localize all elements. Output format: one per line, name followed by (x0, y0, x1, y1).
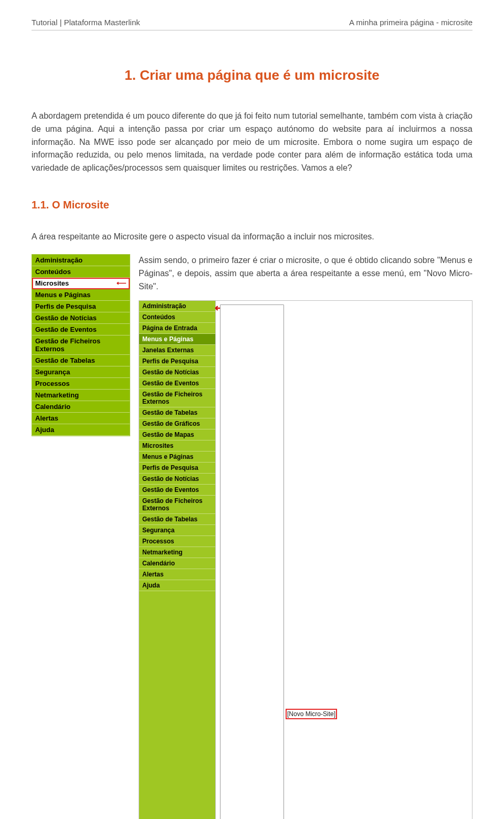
sidebar2-item[interactable]: Perfis de Pesquisa (139, 463, 215, 474)
sidebar1-item[interactable]: Gestão de Eventos (32, 324, 130, 335)
new-microsite-link[interactable]: [Novo Micro-Site] (287, 710, 335, 718)
sidebar2-item[interactable]: Gestão de Tabelas (139, 514, 215, 525)
sidebar1-item[interactable]: Processos (32, 378, 130, 390)
sidebar1-item[interactable]: Alertas (32, 413, 130, 424)
sidebar2-item[interactable]: Gestão de Gráficos (139, 418, 215, 429)
sidebar2-item[interactable]: Segurança (139, 525, 215, 536)
sidebar1-item[interactable]: Gestão de Notícias (32, 312, 130, 324)
sidebar1-item[interactable]: Conteúdos (32, 266, 130, 278)
sidebar2-item[interactable]: Ajuda (139, 580, 215, 591)
sidebar1-item[interactable]: Segurança (32, 366, 130, 378)
section-lead: A área respeitante ao Microsite gere o a… (32, 232, 472, 242)
sidebar1-item[interactable]: Menus e Páginas (32, 289, 130, 301)
instruction-paragraph: Assim sendo, o primeiro fazer é criar o … (139, 254, 472, 293)
sidebar2-item[interactable]: Gestão de Eventos (139, 378, 215, 389)
sidebar1-item[interactable]: Gestão de Ficheiros Externos (32, 335, 130, 355)
sidebar2-item[interactable]: Conteúdos (139, 312, 215, 323)
sidebar1-item[interactable]: Administração (32, 255, 130, 266)
sidebar2-item[interactable]: Menus e Páginas (139, 452, 215, 463)
sidebar2-item[interactable]: Gestão de Notícias (139, 367, 215, 378)
sidebar1-item[interactable]: Perfis de Pesquisa (32, 301, 130, 312)
sidebar2-item[interactable]: Gestão de Ficheiros Externos (139, 496, 215, 514)
sidebar2-item[interactable]: Alertas (139, 569, 215, 580)
sidebar2-item[interactable]: Página de Entrada (139, 323, 215, 334)
sidebar2-item[interactable]: Processos (139, 536, 215, 547)
sidebar1-item[interactable]: Calendário (32, 401, 130, 413)
sidebar1-item[interactable]: Netmarketing (32, 390, 130, 401)
sidebar1-item[interactable]: Ajuda (32, 424, 130, 436)
sidebar2-item[interactable]: Menus e Páginas (139, 334, 215, 345)
sidebar-menu-screenshot-2: AdministraçãoConteúdosPágina de EntradaM… (139, 301, 215, 819)
microsite-tree: ➜ [Novo Micro-Site] Alocação de Vagas - … (216, 301, 472, 819)
header-divider (32, 30, 472, 30)
page-icon (220, 304, 284, 819)
section-heading: 1.1. O Microsite (32, 199, 472, 211)
sidebar2-item[interactable]: Microsites (139, 440, 215, 452)
sidebar2-item[interactable]: Gestão de Tabelas (139, 407, 215, 418)
sidebar2-item[interactable]: Perfis de Pesquisa (139, 356, 215, 367)
sidebar2-item[interactable]: Administração (139, 301, 215, 312)
header-left: Tutorial | Plataforma Masterlink (32, 18, 140, 27)
sidebar2-item[interactable]: Gestão de Mapas (139, 429, 215, 440)
page-title: 1. Criar uma página que é um microsite (32, 67, 472, 83)
sidebar-menu-screenshot-1: AdministraçãoConteúdosMicrosites⟵Menus e… (32, 254, 130, 436)
sidebar2-item[interactable]: Janelas Externas (139, 345, 215, 356)
sidebar2-item[interactable]: Gestão de Notícias (139, 474, 215, 485)
sidebar2-item[interactable]: Gestão de Eventos (139, 485, 215, 496)
sidebar1-item[interactable]: Gestão de Tabelas (32, 355, 130, 366)
header-right: A minha primeira página - microsite (349, 18, 472, 27)
editor-screenshot: AdministraçãoConteúdosPágina de EntradaM… (139, 300, 472, 819)
sidebar2-item[interactable]: Calendário (139, 558, 215, 569)
arrow-left-icon: ⟵ (117, 279, 127, 287)
sidebar2-item[interactable]: Netmarketing (139, 547, 215, 558)
sidebar1-item[interactable]: Microsites⟵ (32, 278, 130, 289)
intro-paragraph: A abordagem pretendida é um pouco difere… (32, 110, 472, 175)
sidebar2-item[interactable]: Gestão de Ficheiros Externos (139, 389, 215, 407)
